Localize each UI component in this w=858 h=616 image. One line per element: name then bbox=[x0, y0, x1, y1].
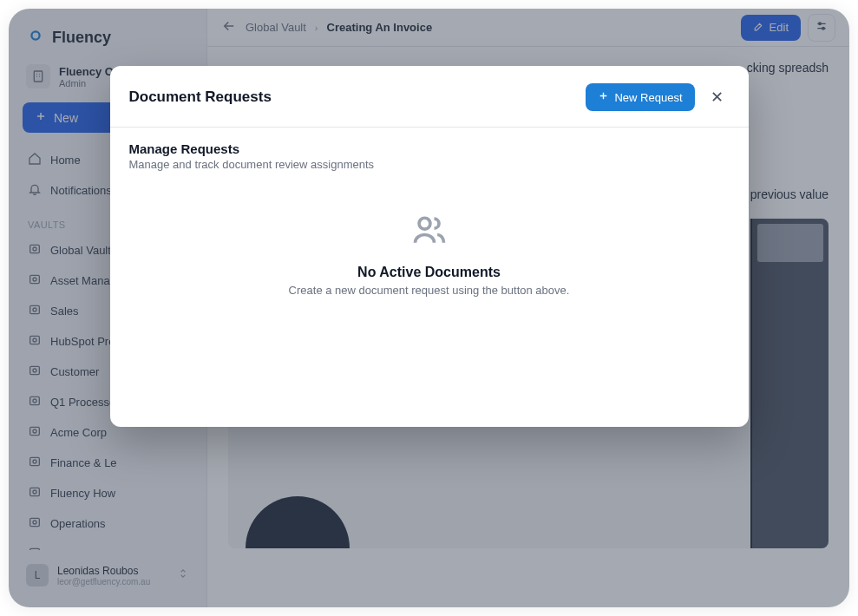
document-requests-modal: Document Requests New Request ✕ Manage R… bbox=[110, 66, 749, 427]
modal-subheader: Manage Requests Manage and track documen… bbox=[110, 128, 749, 176]
svg-point-40 bbox=[419, 218, 430, 229]
app-frame: Fluency Fluency Org Admin New bbox=[9, 9, 849, 607]
modal-header: Document Requests New Request ✕ bbox=[110, 66, 749, 128]
empty-state-title: No Active Documents bbox=[357, 265, 501, 280]
people-icon bbox=[410, 211, 449, 265]
manage-requests-title: Manage Requests bbox=[129, 141, 730, 156]
close-icon: ✕ bbox=[711, 88, 724, 107]
modal-body: No Active Documents Create a new documen… bbox=[110, 176, 749, 427]
new-request-label: New Request bbox=[614, 91, 682, 104]
empty-state-desc: Create a new document request using the … bbox=[289, 284, 570, 297]
new-request-button[interactable]: New Request bbox=[586, 83, 694, 111]
modal-title: Document Requests bbox=[129, 88, 272, 106]
plus-icon bbox=[598, 90, 609, 104]
manage-requests-desc: Manage and track document review assignm… bbox=[129, 158, 730, 171]
close-button[interactable]: ✕ bbox=[705, 85, 730, 109]
